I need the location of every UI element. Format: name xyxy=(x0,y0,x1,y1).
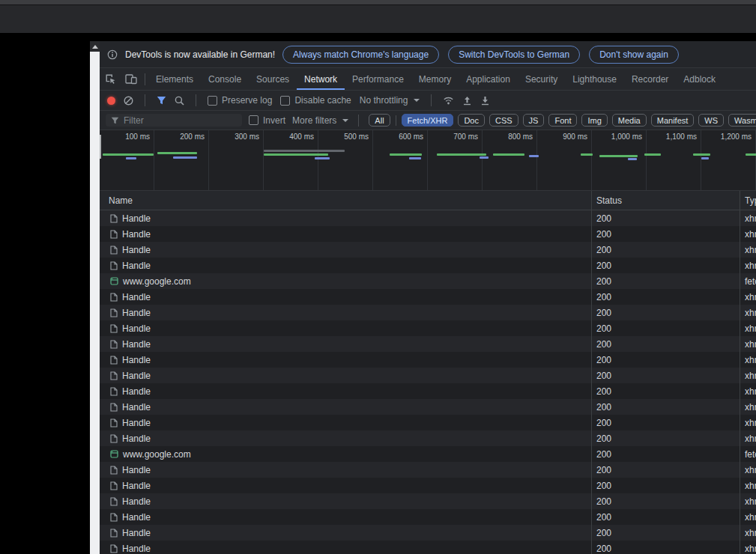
table-row[interactable]: www.google.com 200 fetch xyxy=(100,273,756,289)
request-type: fetch xyxy=(740,446,756,462)
table-row[interactable]: www.google.com 200 fetch xyxy=(100,446,756,462)
table-row[interactable]: Handle 200 xhr xyxy=(100,320,756,336)
column-header-type[interactable]: Type xyxy=(740,191,756,210)
waterfall-bar xyxy=(390,153,422,156)
invert-checkbox[interactable]: Invert xyxy=(249,115,285,126)
devtools-tab[interactable]: Network xyxy=(297,68,345,90)
filter-chip[interactable]: WS xyxy=(698,114,724,127)
devtools-tab[interactable]: Application xyxy=(459,68,518,90)
devtools-tab[interactable]: Elements xyxy=(148,68,201,90)
scrollbar-up-button[interactable] xyxy=(90,41,100,52)
waterfall-bar xyxy=(103,153,154,156)
table-row[interactable]: Handle 200 xhr xyxy=(100,210,756,226)
devtools-tabbar: ElementsConsoleSourcesNetworkPerformance… xyxy=(100,68,756,91)
table-row[interactable]: Handle 200 xhr xyxy=(100,226,756,242)
more-filters-dropdown[interactable]: More filters xyxy=(292,115,348,126)
filter-chip[interactable]: Fetch/XHR xyxy=(402,114,454,127)
table-row[interactable]: Handle 200 xhr xyxy=(100,478,756,493)
table-row[interactable]: Handle 200 xhr xyxy=(100,242,756,258)
network-overview-timeline[interactable]: 100 ms 200 ms 300 ms 400 ms 500 ms 600 m… xyxy=(100,130,756,191)
device-toolbar-toggle-button[interactable] xyxy=(121,68,142,90)
table-row[interactable]: Handle 200 xhr xyxy=(100,541,756,554)
column-header-name[interactable]: Name xyxy=(100,191,592,210)
waterfall-bar xyxy=(693,153,710,156)
column-header-status[interactable]: Status xyxy=(592,191,740,210)
devtools-tab[interactable]: Lighthouse xyxy=(565,68,624,90)
devtools-tab[interactable]: Memory xyxy=(411,68,459,90)
filter-chip[interactable]: Wasm xyxy=(728,114,756,127)
infobar-button[interactable]: Always match Chrome's language xyxy=(282,46,439,64)
table-row[interactable]: Handle 200 xhr xyxy=(100,525,756,541)
fetch-icon xyxy=(110,277,118,285)
table-row[interactable]: Handle 200 xhr xyxy=(100,399,756,415)
waterfall-bar xyxy=(644,153,661,156)
filter-chip[interactable]: Manifest xyxy=(651,114,695,127)
devtools-tab[interactable]: Security xyxy=(518,68,565,90)
network-conditions-icon[interactable] xyxy=(443,96,454,105)
request-name: Handle xyxy=(122,386,151,397)
request-name: Handle xyxy=(122,213,151,224)
request-status: 200 xyxy=(592,226,740,242)
devtools-tab[interactable]: Recorder xyxy=(624,68,676,90)
tabbar-divider xyxy=(145,73,145,85)
table-row[interactable]: Handle 200 xhr xyxy=(100,462,756,478)
filter-chip[interactable]: Doc xyxy=(458,114,485,127)
infobar-button[interactable]: Switch DevTools to German xyxy=(448,46,580,64)
request-type: xhr xyxy=(740,368,756,383)
import-har-icon[interactable] xyxy=(462,96,472,106)
filter-chip[interactable]: All xyxy=(369,114,390,127)
filter-chip[interactable]: JS xyxy=(523,114,545,127)
filter-chip[interactable]: Img xyxy=(581,114,607,127)
timeline-tick: 1,100 ms xyxy=(647,130,701,190)
waterfall-bar xyxy=(173,156,197,159)
waterfall-bar xyxy=(746,153,756,156)
table-row[interactable]: Handle 200 xhr xyxy=(100,430,756,446)
request-name: Handle xyxy=(122,245,151,255)
table-row[interactable]: Handle 200 xhr xyxy=(100,493,756,509)
request-name-cell: Handle xyxy=(100,399,592,415)
filter-toggle-icon[interactable] xyxy=(157,96,166,105)
waterfall-bar xyxy=(529,155,539,157)
table-row[interactable]: Handle 200 xhr xyxy=(100,305,756,320)
table-row[interactable]: Handle 200 xhr xyxy=(100,258,756,273)
throttling-select[interactable]: No throttling xyxy=(360,95,420,106)
timeline-tick-label: 400 ms xyxy=(289,133,314,190)
devtools-scrollbar[interactable] xyxy=(90,41,100,554)
table-row[interactable]: Handle 200 xhr xyxy=(100,509,756,525)
devtools-tab[interactable]: Performance xyxy=(345,68,411,90)
table-row[interactable]: Handle 200 xhr xyxy=(100,415,756,430)
filter-chip[interactable]: CSS xyxy=(489,114,518,127)
request-name-cell: Handle xyxy=(100,462,592,478)
clear-network-log-button[interactable] xyxy=(124,96,133,106)
table-row[interactable]: Handle 200 xhr xyxy=(100,352,756,368)
search-icon[interactable] xyxy=(175,96,184,106)
table-row[interactable]: Handle 200 xhr xyxy=(100,383,756,399)
document-icon xyxy=(110,246,118,255)
devtools-tab[interactable]: Sources xyxy=(249,68,297,90)
table-row[interactable]: Handle 200 xhr xyxy=(100,368,756,383)
preserve-log-checkbox[interactable]: Preserve log xyxy=(208,95,272,106)
filter-chip[interactable]: Font xyxy=(548,114,577,127)
request-status: 200 xyxy=(592,336,740,352)
record-network-log-button[interactable] xyxy=(107,97,115,105)
table-row[interactable]: Handle 200 xhr xyxy=(100,289,756,305)
disable-cache-checkbox[interactable]: Disable cache xyxy=(280,95,351,106)
request-type: xhr xyxy=(740,525,756,541)
infobar-button[interactable]: Don't show again xyxy=(589,46,679,64)
request-type: xhr xyxy=(740,383,756,399)
waterfall-bar xyxy=(437,153,486,156)
table-row[interactable]: Handle 200 xhr xyxy=(100,336,756,352)
scroll-up-arrow-icon xyxy=(92,45,98,49)
request-name: Handle xyxy=(122,496,151,507)
inspect-element-button[interactable] xyxy=(100,68,121,90)
filter-chip[interactable]: Media xyxy=(612,114,647,127)
devtools-tab[interactable]: Adblock xyxy=(676,68,723,90)
checkbox-icon xyxy=(208,96,217,106)
timeline-tick: 300 ms xyxy=(209,130,264,190)
timeline-tick-label: 1,100 ms xyxy=(666,133,697,190)
request-status: 200 xyxy=(592,415,740,430)
filter-input[interactable]: Filter xyxy=(106,114,242,127)
request-name: Handle xyxy=(122,292,151,302)
devtools-tab[interactable]: Console xyxy=(201,68,249,90)
export-har-icon[interactable] xyxy=(480,96,490,106)
